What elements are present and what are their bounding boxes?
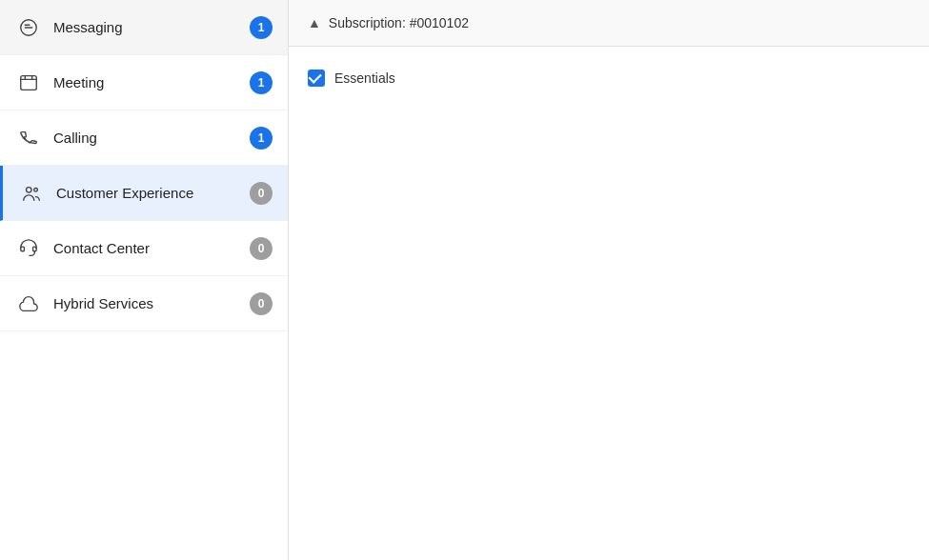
sidebar-badge-meeting: 1 bbox=[250, 71, 273, 94]
sidebar-badge-calling: 1 bbox=[250, 127, 273, 150]
sidebar-item-label-contact-center: Contact Center bbox=[53, 240, 250, 256]
sidebar-item-label-hybrid-services: Hybrid Services bbox=[53, 295, 250, 311]
sidebar-item-customer-experience[interactable]: Customer Experience 0 bbox=[0, 166, 288, 221]
contact-center-icon bbox=[15, 235, 42, 262]
messaging-icon bbox=[15, 14, 42, 41]
sidebar-item-messaging[interactable]: Messaging 1 bbox=[0, 0, 288, 55]
sidebar-item-contact-center[interactable]: Contact Center 0 bbox=[0, 221, 288, 276]
sidebar-item-label-customer-experience: Customer Experience bbox=[56, 185, 250, 201]
sidebar-item-hybrid-services[interactable]: Hybrid Services 0 bbox=[0, 276, 288, 331]
meeting-icon bbox=[15, 70, 42, 96]
sidebar-item-calling[interactable]: Calling 1 bbox=[0, 110, 288, 166]
sidebar-item-label-calling: Calling bbox=[53, 130, 250, 146]
subscription-title: Subscription: #0010102 bbox=[329, 15, 469, 30]
chevron-up-icon: ▲ bbox=[308, 15, 321, 30]
essentials-label: Essentials bbox=[334, 70, 395, 86]
calling-icon bbox=[15, 125, 42, 151]
sidebar-item-label-messaging: Messaging bbox=[53, 19, 250, 35]
main-content: ▲ Subscription: #0010102 Essentials bbox=[289, 0, 929, 560]
content-area: Essentials bbox=[289, 47, 929, 106]
sidebar-badge-hybrid-services: 0 bbox=[250, 292, 273, 315]
sidebar-item-meeting[interactable]: Meeting 1 bbox=[0, 55, 288, 110]
svg-point-3 bbox=[34, 188, 38, 191]
hybrid-services-icon bbox=[15, 290, 42, 317]
sidebar-item-label-meeting: Meeting bbox=[53, 74, 250, 90]
essentials-row: Essentials bbox=[308, 70, 910, 87]
sidebar-badge-contact-center: 0 bbox=[250, 237, 273, 260]
customer-experience-icon bbox=[18, 180, 45, 207]
svg-point-2 bbox=[27, 187, 32, 192]
essentials-checkbox[interactable] bbox=[308, 70, 325, 87]
sidebar-badge-customer-experience: 0 bbox=[250, 182, 273, 205]
sidebar: Messaging 1 Meeting 1 Calling 1 bbox=[0, 0, 289, 560]
subscription-header[interactable]: ▲ Subscription: #0010102 bbox=[289, 0, 929, 47]
sidebar-badge-messaging: 1 bbox=[250, 16, 273, 39]
svg-rect-1 bbox=[21, 75, 37, 90]
